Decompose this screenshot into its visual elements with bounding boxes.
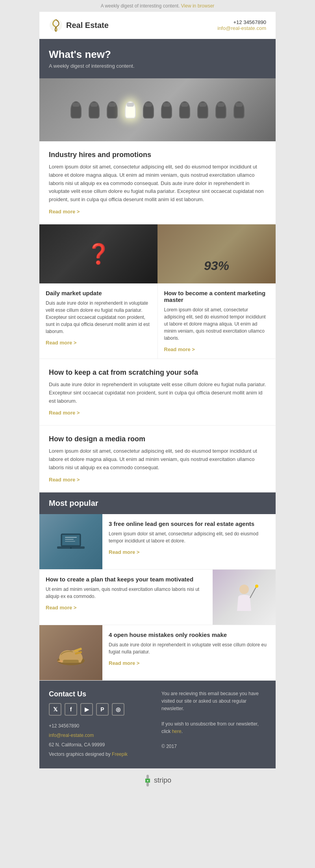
article-cat-sofa: How to keep a cat from scratching your s…: [39, 359, 276, 426]
popular-body-open-house: Duis aute irure dolor in reprehenderit i…: [109, 641, 269, 655]
bulb-3: [107, 101, 118, 118]
bulb-1: [70, 101, 82, 118]
read-more-open-house[interactable]: Read more: [109, 660, 139, 666]
popular-item-team-plan: How to create a plan that keeps your tea…: [39, 570, 276, 625]
footer-address: 62 N. California, CA 99999: [49, 740, 154, 750]
popular-item-open-house: 4 open house mistakes only rookies make …: [39, 625, 276, 681]
article-title-industry: Industry hires and promotions: [49, 151, 266, 159]
most-popular-header: Most popular: [39, 492, 276, 514]
article-media-room: How to design a media room Lorem ipsum d…: [39, 426, 276, 492]
laptop-illustration: [55, 530, 87, 553]
article-title-content: How to become a content marketing master: [164, 290, 270, 303]
svg-rect-6: [65, 539, 74, 540]
social-icons: 𝕏 f ▶ P ◎: [49, 703, 154, 716]
article-title-media: How to design a media room: [49, 435, 266, 443]
footer-left: Contact Us 𝕏 f ▶ P ◎ +12 34567890 info@r…: [49, 690, 154, 759]
celebrate-illustration: [228, 577, 260, 617]
pinterest-icon[interactable]: P: [96, 703, 109, 716]
stripo-logo: stripo: [46, 775, 269, 787]
article-title-daily: Daily market update: [46, 290, 151, 296]
popular-title-lead-gen: 3 free online lead gen sources for real …: [109, 520, 269, 527]
top-bar: A weekly digest of interesting content. …: [0, 0, 315, 12]
footer-email[interactable]: info@real-estate.com: [49, 733, 94, 738]
footer-credit-link[interactable]: Freepik: [112, 751, 128, 757]
read-more-cat[interactable]: Read more: [49, 410, 80, 416]
popular-body-team-plan: Ut enim ad minim veniam, quis nostrud ex…: [46, 586, 206, 600]
footer-contact-title: Contact Us: [49, 690, 154, 698]
most-popular-title: Most popular: [49, 499, 266, 508]
footer-credit-text: Vectors graphics designed by: [49, 751, 111, 757]
svg-rect-7: [65, 541, 75, 542]
hero-section: What's new? A weekly digest of interesti…: [39, 39, 276, 78]
bulb-8: [197, 101, 208, 118]
read-more-daily[interactable]: Read more: [46, 340, 76, 346]
read-more-team-plan[interactable]: Read more: [46, 605, 76, 611]
header-contact: +12 34567890 info@real-estate.com: [217, 19, 266, 31]
svg-point-0: [50, 19, 62, 31]
article-daily-market: Daily market update Duis aute irure dolo…: [39, 283, 158, 359]
question-mark-icon: ❓: [86, 242, 111, 265]
header-phone: +12 34567890: [233, 19, 266, 25]
popular-content-open-house: 4 open house mistakes only rookies make …: [102, 625, 276, 680]
facebook-icon[interactable]: f: [65, 703, 77, 716]
header-email[interactable]: info@real-estate.com: [217, 25, 266, 31]
footer-phone: +12 34567890: [49, 721, 154, 731]
logo-icon: [49, 18, 63, 32]
instagram-icon[interactable]: ◎: [112, 703, 124, 716]
read-more-lead-gen[interactable]: Read more: [109, 549, 139, 555]
two-col-images: ❓ 93%: [39, 224, 276, 283]
bulb-lit: [125, 101, 136, 118]
unsubscribe-link[interactable]: here: [172, 729, 182, 734]
article-body-cat: Duis aute irure dolor in reprehenderit i…: [49, 381, 266, 405]
percent-icon: 93%: [204, 259, 229, 273]
svg-point-10: [255, 585, 258, 588]
email-header: Real Estate +12 34567890 info@real-estat…: [39, 12, 276, 39]
bulb-9: [215, 101, 226, 118]
logo-text: Real Estate: [66, 21, 109, 30]
popular-title-team-plan: How to create a plan that keeps your tea…: [46, 576, 206, 583]
footer-newsletter-text: You are recieving this email because you…: [161, 690, 266, 713]
svg-point-8: [239, 585, 249, 594]
bulb-row: [63, 93, 252, 126]
twitter-icon[interactable]: 𝕏: [49, 703, 61, 716]
article-title-cat: How to keep a cat from scratching your s…: [49, 368, 266, 377]
article-body-daily: Duis aute irure dolor in reprehenderit i…: [46, 300, 151, 335]
read-more-media[interactable]: Read more: [49, 477, 80, 483]
article-body-content: Lorem ipsum dolor sit amet, consectetur …: [164, 306, 270, 342]
svg-rect-5: [65, 537, 77, 538]
stripo-label: stripo: [154, 776, 171, 785]
image-notebook: 93%: [158, 224, 276, 283]
popular-content-team-plan: How to create a plan that keeps your tea…: [39, 570, 213, 625]
youtube-icon[interactable]: ▶: [80, 703, 93, 716]
bulb-7: [179, 101, 190, 118]
hero-image: [39, 78, 276, 141]
bulb-6: [161, 101, 172, 118]
two-col-articles: Daily market update Duis aute irure dolo…: [39, 283, 276, 359]
footer-copyright: © 2017: [161, 743, 266, 750]
footer-unsubscribe-text: If you wish to unsubscribe from our news…: [161, 720, 266, 735]
article-content-marketing: How to become a content marketing master…: [158, 283, 276, 359]
hero-title: What's new?: [49, 48, 266, 61]
popular-body-lead-gen: Lorem ipsum dolor sit amet, consectetur …: [109, 530, 269, 544]
thumbnail-shoes: [39, 625, 102, 680]
popular-title-open-house: 4 open house mistakes only rookies make: [109, 631, 269, 638]
article-body-industry: Lorem ipsum dolor sit amet, consectetur …: [49, 163, 266, 204]
bulb-2: [89, 101, 100, 118]
image-question-marks: ❓: [39, 224, 158, 283]
stripo-icon: [144, 775, 152, 787]
read-more-content[interactable]: Read more: [164, 346, 195, 352]
hero-subtitle: A weekly digest of interesting content.: [49, 63, 266, 69]
stripo-footer: stripo: [39, 768, 276, 793]
footer-contact-info: +12 34567890 info@real-estate.com 62 N. …: [49, 721, 154, 759]
popular-item-lead-gen: 3 free online lead gen sources for real …: [39, 514, 276, 570]
popular-content-lead-gen: 3 free online lead gen sources for real …: [102, 514, 276, 569]
topbar-text: A weekly digest of interesting content.: [101, 3, 180, 9]
footer-right: You are recieving this email because you…: [161, 690, 266, 759]
article-body-media: Lorem ipsum dolor sit amet, consectetur …: [49, 447, 266, 472]
shoes-illustration: [51, 637, 91, 668]
thumbnail-celebrate: [213, 570, 276, 625]
thumbnail-laptop: [39, 514, 102, 569]
view-in-browser-link[interactable]: View in browser: [181, 3, 214, 9]
svg-rect-12: [63, 660, 79, 663]
read-more-industry[interactable]: Read more: [49, 209, 80, 215]
